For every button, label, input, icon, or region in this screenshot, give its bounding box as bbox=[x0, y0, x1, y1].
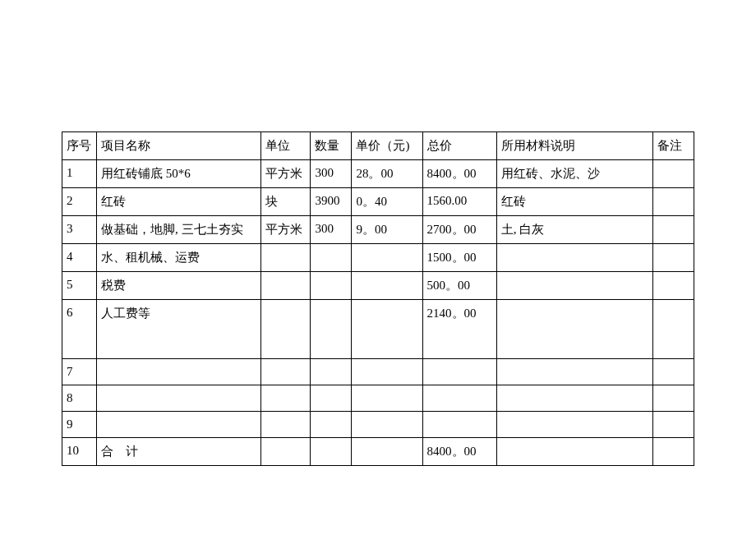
cell-remark bbox=[652, 300, 694, 359]
cell-remark bbox=[652, 188, 694, 216]
header-no: 序号 bbox=[62, 132, 97, 160]
cell-price bbox=[352, 385, 422, 412]
cell-price bbox=[352, 412, 422, 438]
cell-no: 8 bbox=[62, 385, 97, 412]
cell-qty: 300 bbox=[311, 160, 352, 188]
cell-remark bbox=[652, 438, 694, 466]
table-row: 1用红砖铺底 50*6平方米300 28。008400。00用红砖、水泥、沙 bbox=[62, 160, 694, 188]
header-row: 序号 项目名称 单位 数量 单价（元) 总价 所用材料说明 备注 bbox=[62, 132, 694, 160]
cell-price bbox=[352, 272, 422, 300]
table-row: 9 bbox=[62, 412, 694, 438]
cell-remark bbox=[652, 412, 694, 438]
cell-no: 9 bbox=[62, 412, 97, 438]
cell-unit bbox=[261, 272, 311, 300]
header-name: 项目名称 bbox=[97, 132, 261, 160]
cell-remark bbox=[652, 385, 694, 412]
cell-remark bbox=[652, 216, 694, 244]
cell-material bbox=[496, 300, 652, 359]
cell-total bbox=[422, 412, 496, 438]
cell-qty bbox=[311, 359, 352, 385]
table-row: 3做基础，地脚, 三七土夯实平方米3009。002700。00土, 白灰 bbox=[62, 216, 694, 244]
cell-total bbox=[422, 359, 496, 385]
cell-price: 9。00 bbox=[352, 216, 422, 244]
cell-name: 税费 bbox=[97, 272, 261, 300]
table-row: 2红砖块39000。401560.00红砖 bbox=[62, 188, 694, 216]
table-row: 5税费500。00 bbox=[62, 272, 694, 300]
cell-name: 用红砖铺底 50*6 bbox=[97, 160, 261, 188]
cell-material bbox=[496, 244, 652, 272]
cell-no: 1 bbox=[62, 160, 97, 188]
cell-total: 1560.00 bbox=[422, 188, 496, 216]
header-total: 总价 bbox=[422, 132, 496, 160]
cell-unit bbox=[261, 385, 311, 412]
cell-no: 5 bbox=[62, 272, 97, 300]
cell-price bbox=[352, 359, 422, 385]
cell-no: 4 bbox=[62, 244, 97, 272]
cell-total: 8400。00 bbox=[422, 438, 496, 466]
cell-name bbox=[97, 412, 261, 438]
cell-unit bbox=[261, 412, 311, 438]
cell-remark bbox=[652, 359, 694, 385]
cell-name bbox=[97, 385, 261, 412]
cell-material: 红砖 bbox=[496, 188, 652, 216]
cell-name: 做基础，地脚, 三七土夯实 bbox=[97, 216, 261, 244]
cell-qty: 3900 bbox=[311, 188, 352, 216]
table-row: 7 bbox=[62, 359, 694, 385]
cell-name bbox=[97, 359, 261, 385]
cell-remark bbox=[652, 244, 694, 272]
cell-price: 28。00 bbox=[352, 160, 422, 188]
header-material: 所用材料说明 bbox=[496, 132, 652, 160]
cell-qty bbox=[311, 412, 352, 438]
cell-name: 水、租机械、运费 bbox=[97, 244, 261, 272]
cell-material bbox=[496, 412, 652, 438]
cell-no: 7 bbox=[62, 359, 97, 385]
cell-no: 10 bbox=[62, 438, 97, 466]
cell-remark bbox=[652, 160, 694, 188]
cell-price: 0。40 bbox=[352, 188, 422, 216]
cell-unit: 平方米 bbox=[261, 216, 311, 244]
header-unit: 单位 bbox=[261, 132, 311, 160]
cell-material bbox=[496, 385, 652, 412]
cell-qty bbox=[311, 438, 352, 466]
cell-unit bbox=[261, 244, 311, 272]
cell-unit: 平方米 bbox=[261, 160, 311, 188]
header-price: 单价（元) bbox=[352, 132, 422, 160]
cell-qty bbox=[311, 385, 352, 412]
cell-no: 2 bbox=[62, 188, 97, 216]
cell-material bbox=[496, 359, 652, 385]
cell-total: 2140。00 bbox=[422, 300, 496, 359]
cell-name: 人工费等 bbox=[97, 300, 261, 359]
cell-unit bbox=[261, 359, 311, 385]
table-row: 4水、租机械、运费1500。00 bbox=[62, 244, 694, 272]
header-remark: 备注 bbox=[652, 132, 694, 160]
table-row: 10合 计8400。00 bbox=[62, 438, 694, 466]
cell-qty bbox=[311, 272, 352, 300]
cell-remark bbox=[652, 272, 694, 300]
cell-qty: 300 bbox=[311, 216, 352, 244]
cell-total: 2700。00 bbox=[422, 216, 496, 244]
cell-qty bbox=[311, 300, 352, 359]
cell-material: 土, 白灰 bbox=[496, 216, 652, 244]
cell-no: 6 bbox=[62, 300, 97, 359]
table-row: 6人工费等2140。00 bbox=[62, 300, 694, 359]
cell-price bbox=[352, 438, 422, 466]
cell-material bbox=[496, 272, 652, 300]
cell-no: 3 bbox=[62, 216, 97, 244]
header-qty: 数量 bbox=[311, 132, 352, 160]
table-row: 8 bbox=[62, 385, 694, 412]
cell-total: 500。00 bbox=[422, 272, 496, 300]
cell-unit bbox=[261, 438, 311, 466]
cell-price bbox=[352, 300, 422, 359]
cell-unit: 块 bbox=[261, 188, 311, 216]
cell-material: 用红砖、水泥、沙 bbox=[496, 160, 652, 188]
cell-total bbox=[422, 385, 496, 412]
cell-unit bbox=[261, 300, 311, 359]
cell-total: 8400。00 bbox=[422, 160, 496, 188]
cell-total: 1500。00 bbox=[422, 244, 496, 272]
cell-material bbox=[496, 438, 652, 466]
budget-table: 序号 项目名称 单位 数量 单价（元) 总价 所用材料说明 备注 1用红砖铺底 … bbox=[62, 131, 694, 466]
cell-qty bbox=[311, 244, 352, 272]
cell-price bbox=[352, 244, 422, 272]
cell-name: 合 计 bbox=[97, 438, 261, 466]
cell-name: 红砖 bbox=[97, 188, 261, 216]
